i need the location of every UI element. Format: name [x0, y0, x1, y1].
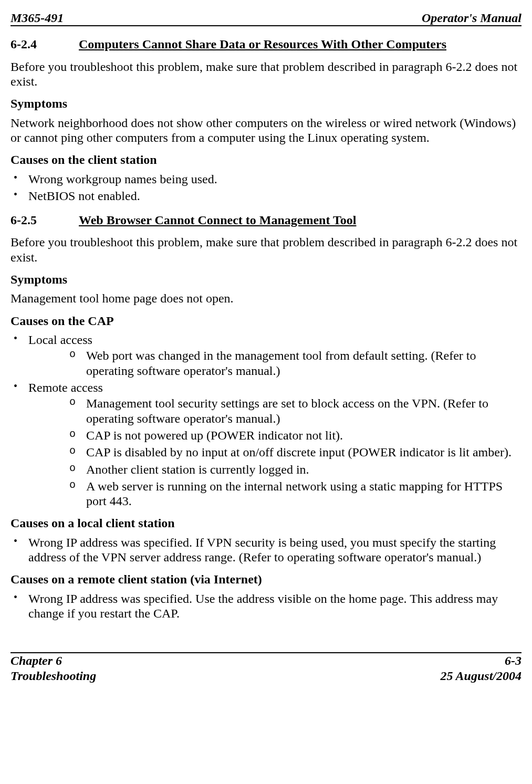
footer-section-name: Troubleshooting [11, 668, 96, 683]
list-item: Management tool security settings are se… [65, 396, 521, 426]
section-6-2-4-heading: 6-2.4 Computers Cannot Share Data or Res… [11, 37, 521, 51]
page-header: M365-491 Operator's Manual [11, 11, 521, 26]
symptoms-label-624: Symptoms [11, 96, 521, 111]
section-6-2-4-num: 6-2.4 [11, 37, 79, 51]
causes-remote-client-label-625: Causes on a remote client station (via I… [11, 572, 521, 587]
section-6-2-4-intro: Before you troubleshoot this problem, ma… [11, 59, 521, 89]
causes-remote-client-list-625: Wrong IP address was specified. Use the … [11, 591, 521, 621]
footer-chapter: Chapter 6 [11, 653, 96, 668]
header-right: Operator's Manual [422, 11, 521, 25]
section-6-2-5-title: Web Browser Cannot Connect to Management… [79, 213, 356, 227]
list-item: CAP is disabled by no input at on/off di… [65, 445, 521, 459]
symptoms-text-625: Management tool home page does not open. [11, 291, 521, 306]
causes-local-client-label-625: Causes on a local client station [11, 516, 521, 530]
section-6-2-5-intro: Before you troubleshoot this problem, ma… [11, 235, 521, 265]
causes-cap-label-625: Causes on the CAP [11, 313, 521, 328]
list-item-remote-access: Remote access Management tool security s… [11, 380, 521, 509]
list-item-local-access: Local access Web port was changed in the… [11, 332, 521, 378]
list-item: Web port was changed in the management t… [65, 348, 521, 378]
symptoms-label-625: Symptoms [11, 272, 521, 287]
list-item: NetBIOS not enabled. [11, 189, 521, 203]
header-left: M365-491 [11, 11, 64, 25]
page-footer: Chapter 6 Troubleshooting 6-3 25 August/… [11, 652, 521, 683]
footer-page-number: 6-3 [441, 653, 522, 668]
local-access-sublist: Web port was changed in the management t… [65, 348, 521, 378]
local-access-label: Local access [28, 333, 92, 347]
footer-right-col: 6-3 25 August/2004 [441, 653, 522, 683]
section-6-2-5-heading: 6-2.5 Web Browser Cannot Connect to Mana… [11, 213, 521, 227]
causes-client-list-624: Wrong workgroup names being used. NetBIO… [11, 172, 521, 204]
footer-left-col: Chapter 6 Troubleshooting [11, 653, 96, 683]
section-6-2-5-num: 6-2.5 [11, 213, 79, 227]
list-item: Another client station is currently logg… [65, 462, 521, 477]
list-item: A web server is running on the internal … [65, 479, 521, 509]
footer-date: 25 August/2004 [441, 668, 522, 683]
list-item: Wrong IP address was specified. Use the … [11, 591, 521, 621]
list-item: CAP is not powered up (POWER indicator n… [65, 428, 521, 443]
section-6-2-4-title: Computers Cannot Share Data or Resources… [79, 37, 446, 51]
remote-access-label: Remote access [28, 381, 103, 394]
causes-local-client-list-625: Wrong IP address was specified. If VPN s… [11, 535, 521, 565]
causes-client-label-624: Causes on the client station [11, 152, 521, 167]
list-item: Wrong IP address was specified. If VPN s… [11, 535, 521, 565]
remote-access-sublist: Management tool security settings are se… [65, 396, 521, 508]
causes-cap-list-625: Local access Web port was changed in the… [11, 332, 521, 508]
list-item: Wrong workgroup names being used. [11, 172, 521, 186]
symptoms-text-624: Network neighborhood does not show other… [11, 116, 521, 145]
